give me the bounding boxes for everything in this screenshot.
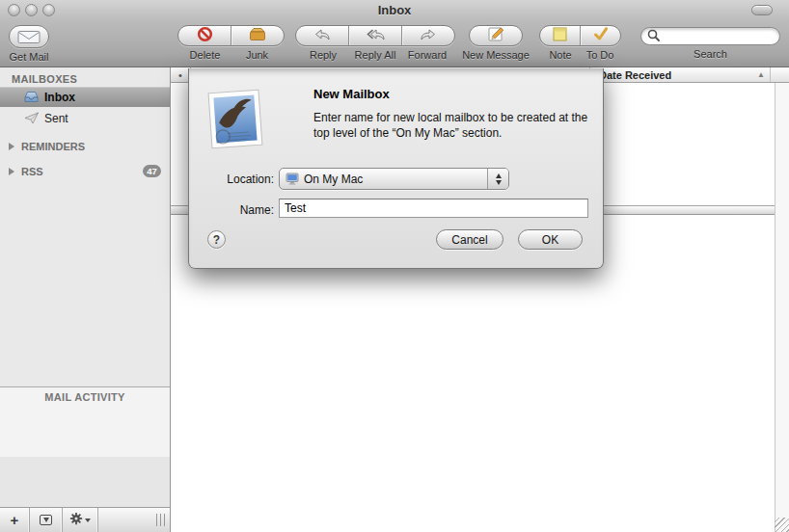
forward-arrow-icon xyxy=(421,27,436,44)
stepper-up-icon xyxy=(496,173,502,178)
toggle-activity-button[interactable] xyxy=(30,508,63,532)
junk-label: Junk xyxy=(231,49,284,61)
delete-junk-group: Delete Junk xyxy=(177,25,285,61)
sidebar-resize-handle[interactable] xyxy=(152,508,170,532)
reply-all-label: Reply All xyxy=(349,49,401,61)
get-mail-group: Get Mail xyxy=(6,25,52,63)
junk-button[interactable] xyxy=(231,26,284,45)
location-popup[interactable]: On My Mac xyxy=(279,168,509,190)
rss-section-header: RSS xyxy=(21,166,43,177)
sidebar-item-label: Sent xyxy=(44,112,68,125)
note-button[interactable] xyxy=(540,26,580,45)
get-mail-button[interactable] xyxy=(9,25,49,48)
sidebar-item-label: Inbox xyxy=(44,91,75,104)
sidebar-section-rss[interactable]: RSS 47 xyxy=(0,161,170,181)
sidebar-bottom-bar: + xyxy=(0,507,170,532)
mailboxes-section-header: MAILBOXES xyxy=(12,73,77,85)
reply-all-arrow-icon xyxy=(367,27,385,44)
dialog-title: New Mailbox xyxy=(313,87,390,101)
compose-icon xyxy=(488,26,504,45)
window-resize-grip[interactable] xyxy=(775,518,789,532)
disclosure-triangle-icon[interactable] xyxy=(9,168,14,175)
new-message-button[interactable] xyxy=(470,26,522,45)
reply-arrow-icon xyxy=(314,27,330,44)
sidebar-section-reminders[interactable]: REMINDERS xyxy=(0,136,170,156)
location-label: Location: xyxy=(189,173,274,186)
location-value: On My Mac xyxy=(304,173,363,186)
reply-group: Reply Reply All Forward xyxy=(295,25,455,61)
search-field[interactable] xyxy=(640,27,780,45)
mail-window: Inbox Get Mail xyxy=(0,0,789,532)
reply-button[interactable] xyxy=(296,26,348,45)
sticky-note-icon xyxy=(553,27,567,45)
search-label: Search xyxy=(694,48,727,60)
window-title: Inbox xyxy=(0,3,789,17)
stepper-down-icon xyxy=(496,180,502,185)
envelope-icon xyxy=(10,26,48,47)
search-icon xyxy=(647,28,660,45)
reply-label: Reply xyxy=(297,49,349,61)
help-button[interactable]: ? xyxy=(207,230,226,249)
delete-button[interactable] xyxy=(178,26,231,45)
sidebar-lower-panel xyxy=(0,457,170,508)
date-received-column-header[interactable]: Date Received ▲ xyxy=(589,67,770,82)
tray-toggle-icon xyxy=(40,515,52,525)
mail-stamp-icon xyxy=(205,89,265,154)
search-input[interactable] xyxy=(663,29,773,44)
date-received-label: Date Received xyxy=(599,69,671,81)
ok-button[interactable]: OK xyxy=(518,229,583,250)
sidebar: MAILBOXES Inbox Sent xyxy=(0,67,171,532)
disclosure-triangle-icon[interactable] xyxy=(9,143,14,150)
new-mailbox-dialog: New Mailbox Enter name for new local mai… xyxy=(188,68,604,269)
cancel-button[interactable]: Cancel xyxy=(436,229,503,250)
action-menu-button[interactable] xyxy=(63,508,98,532)
get-mail-label: Get Mail xyxy=(10,51,49,63)
computer-icon xyxy=(286,173,299,185)
paper-plane-icon xyxy=(23,112,40,124)
note-todo-group: Note To Do xyxy=(539,25,621,61)
vertical-scrollbar-track[interactable] xyxy=(775,83,789,532)
sidebar-item-sent[interactable]: Sent xyxy=(0,108,170,128)
todo-button[interactable] xyxy=(580,26,620,45)
rss-count-badge: 47 xyxy=(143,165,161,177)
toolbar-toggle-pill[interactable] xyxy=(751,5,773,15)
new-message-group: New Message xyxy=(457,25,534,61)
mail-activity-header: MAIL ACTIVITY xyxy=(0,391,170,403)
inbox-tray-icon xyxy=(23,91,40,103)
junk-folder-icon xyxy=(249,27,266,45)
add-mailbox-button[interactable]: + xyxy=(0,508,30,532)
reply-all-button[interactable] xyxy=(348,26,401,45)
search-group: Search xyxy=(639,25,781,60)
checkmark-icon xyxy=(593,27,609,44)
titlebar[interactable]: Inbox Get Mail xyxy=(0,0,789,67)
mailbox-name-input[interactable] xyxy=(279,199,588,218)
gear-icon xyxy=(69,512,83,529)
forward-button[interactable] xyxy=(401,26,454,45)
todo-label: To Do xyxy=(581,49,620,61)
sidebar-item-inbox[interactable]: Inbox xyxy=(0,87,170,107)
forward-label: Forward xyxy=(401,49,453,61)
menu-caret-icon xyxy=(85,519,91,522)
reminders-section-header: REMINDERS xyxy=(21,141,85,152)
popup-stepper[interactable] xyxy=(487,169,508,189)
delete-label: Delete xyxy=(179,49,231,61)
dialog-message: Enter name for new local mailbox to be c… xyxy=(313,110,601,141)
new-message-label: New Message xyxy=(462,49,530,61)
name-label: Name: xyxy=(189,203,274,217)
scrollbar-column-header xyxy=(770,67,789,82)
prohibition-icon xyxy=(197,26,213,46)
sort-ascending-icon: ▲ xyxy=(757,70,765,79)
note-label: Note xyxy=(541,49,581,61)
